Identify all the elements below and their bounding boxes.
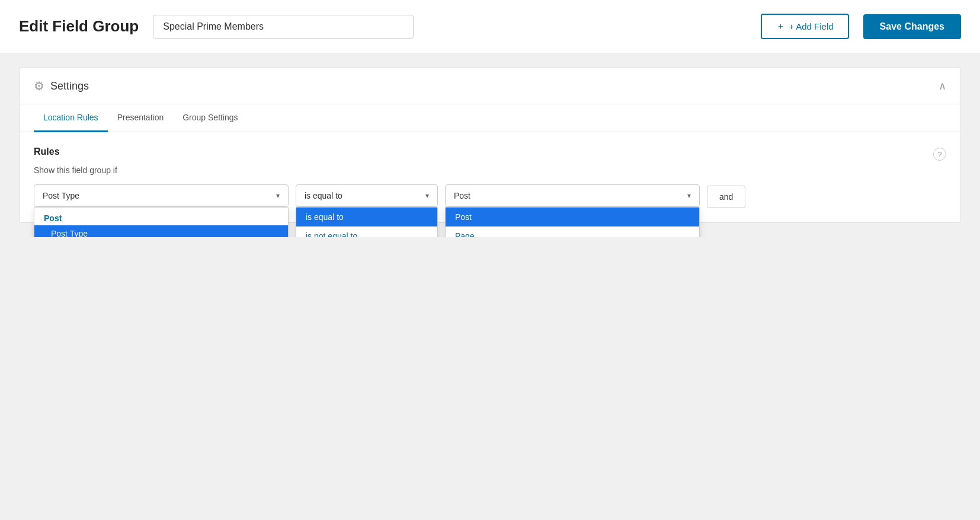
right-dropdown-value: Post (454, 191, 470, 200)
tabs-bar: Location Rules Presentation Group Settin… (20, 104, 960, 132)
and-button[interactable]: and (707, 186, 745, 208)
middle-dropdown-item-not-equal[interactable]: is not equal to (296, 226, 437, 237)
settings-title: Settings (50, 80, 89, 92)
right-dropdown-item-post[interactable]: Post (446, 208, 699, 226)
tab-location-rules[interactable]: Location Rules (34, 104, 108, 132)
help-icon[interactable]: ? (933, 148, 946, 161)
save-changes-button[interactable]: Save Changes (863, 14, 961, 39)
right-dropdown-chevron: ▾ (687, 192, 691, 200)
tab-group-settings[interactable]: Group Settings (173, 104, 247, 132)
middle-dropdown-button[interactable]: is equal to ▾ (296, 184, 438, 207)
rule-row: Post Type ▾ Post Post Type Post Template… (34, 184, 946, 208)
right-dropdown-menu: Post Page Layout Project Form Responses … (445, 207, 700, 237)
plus-icon: ＋ (776, 21, 785, 32)
middle-dropdown-item-equal[interactable]: is equal to (296, 208, 437, 226)
left-dropdown-menu: Post Post Type Post Template Post Status… (34, 207, 289, 237)
field-group-name-input[interactable] (153, 15, 414, 39)
add-field-button[interactable]: ＋ + Add Field (761, 14, 848, 39)
right-dropdown-button[interactable]: Post ▾ (445, 184, 700, 207)
left-dropdown-scroll: Post Post Type Post Template Post Status… (34, 208, 288, 237)
left-dropdown-button[interactable]: Post Type ▾ (34, 184, 289, 207)
middle-dropdown-menu: is equal to is not equal to (296, 207, 438, 237)
settings-panel: ⚙ Settings ∧ Location Rules Presentation… (19, 68, 961, 223)
middle-dropdown-chevron: ▾ (425, 192, 429, 200)
gear-icon: ⚙ (34, 79, 44, 93)
tab-presentation[interactable]: Presentation (108, 104, 174, 132)
group-header-post: Post (34, 208, 288, 225)
rules-title: Rules (34, 146, 60, 157)
chevron-up-icon[interactable]: ∧ (939, 79, 946, 92)
add-field-label: + Add Field (789, 21, 833, 31)
settings-header: ⚙ Settings ∧ (20, 68, 960, 104)
right-dropdown-container: Post ▾ Post Page Layout Project Form Res… (445, 184, 700, 207)
middle-dropdown-value: is equal to (305, 191, 342, 200)
rules-section: Rules ? Show this field group if Post Ty… (20, 132, 960, 222)
middle-dropdown-container: is equal to ▾ is equal to is not equal t… (296, 184, 438, 207)
page-title: Edit Field Group (19, 17, 139, 36)
left-dropdown-item-post-type[interactable]: Post Type (34, 225, 288, 237)
left-dropdown-container: Post Type ▾ Post Post Type Post Template… (34, 184, 289, 207)
settings-header-left: ⚙ Settings (34, 79, 89, 93)
left-dropdown-value: Post Type (43, 191, 79, 200)
header: Edit Field Group ＋ + Add Field Save Chan… (0, 0, 980, 53)
rules-subtitle: Show this field group if (34, 165, 946, 175)
left-dropdown-chevron: ▾ (276, 192, 280, 200)
main-content: ⚙ Settings ∧ Location Rules Presentation… (0, 53, 980, 237)
right-dropdown-item-page[interactable]: Page (446, 226, 699, 237)
